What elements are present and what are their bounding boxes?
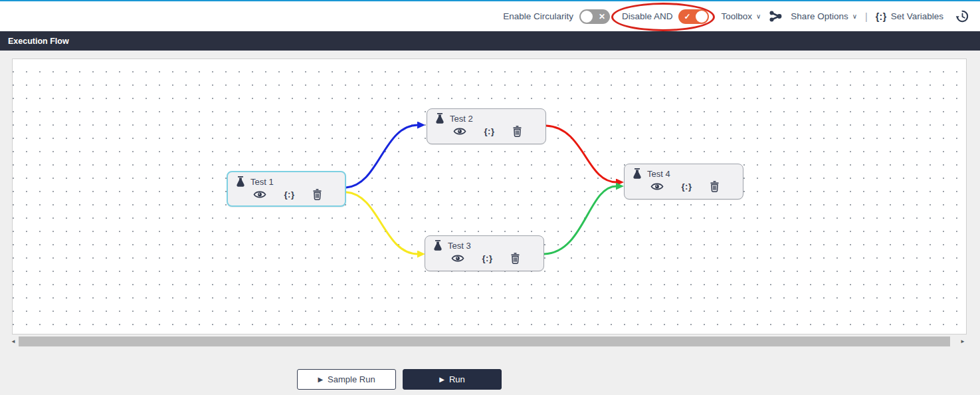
share-options-dropdown[interactable]: Share Options ∨ — [791, 11, 857, 21]
node-title: Test 3 — [433, 240, 538, 251]
node-label: Test 2 — [450, 114, 473, 124]
panel-collapse-handle[interactable]: ‹ › — [0, 188, 5, 203]
trash-icon[interactable] — [312, 189, 322, 200]
node-title: Test 4 — [633, 168, 737, 179]
panel-title: Execution Flow — [8, 37, 69, 46]
play-icon: ▶ — [318, 376, 323, 383]
variables-icon[interactable]: {:} — [482, 253, 493, 263]
chevron-left-icon: ‹ — [0, 188, 5, 196]
trash-icon[interactable] — [510, 253, 520, 264]
set-variables-label: Set Variables — [891, 11, 943, 21]
run-label: Run — [449, 374, 465, 384]
history-icon[interactable] — [955, 9, 969, 23]
disable-and-toggle[interactable]: ✓ — [678, 9, 709, 24]
edge-4 — [544, 186, 617, 254]
chevron-down-icon: ∨ — [756, 13, 761, 20]
trash-icon[interactable] — [710, 181, 720, 192]
toolbox-label: Toolbox — [721, 11, 752, 21]
enable-circularity-group: Enable Circularity ✕ — [503, 9, 610, 24]
node-actions: {:} — [633, 181, 737, 192]
flask-icon — [435, 113, 444, 124]
node-label: Test 1 — [250, 177, 274, 187]
node-test-3[interactable]: Test 3 {:} — [425, 235, 544, 271]
edge-1 — [346, 125, 418, 188]
sample-run-label: Sample Run — [328, 374, 375, 384]
node-actions: {:} — [435, 126, 540, 137]
page: Enable Circularity ✕ Disable AND ✓ Toolb… — [0, 0, 980, 395]
run-button[interactable]: ▶ Run — [403, 369, 502, 390]
disable-and-group: Disable AND ✓ — [618, 9, 714, 24]
panel-header: Execution Flow — [0, 31, 980, 51]
node-label: Test 4 — [647, 169, 670, 179]
variables-icon[interactable]: {:} — [682, 182, 692, 192]
node-test-2[interactable]: Test 2 {:} — [427, 108, 546, 144]
chevron-down-icon: ∨ — [852, 13, 857, 20]
node-test-1[interactable]: Test 1 {:} — [227, 171, 346, 207]
eye-icon[interactable] — [453, 127, 466, 136]
node-actions: {:} — [236, 189, 340, 200]
eye-icon[interactable] — [451, 254, 464, 263]
flask-icon — [433, 240, 442, 251]
chevron-right-icon: › — [0, 196, 5, 203]
node-actions: {:} — [433, 253, 538, 264]
scroll-left-arrow[interactable]: ◄ — [9, 336, 17, 346]
trash-icon[interactable] — [512, 126, 522, 137]
toggle-knob — [696, 11, 708, 23]
play-icon: ▶ — [439, 376, 444, 383]
flask-icon — [633, 168, 642, 179]
variables-icon[interactable]: {:} — [484, 126, 495, 136]
node-test-4[interactable]: Test 4 {:} — [624, 164, 743, 199]
sample-run-button[interactable]: ▶ Sample Run — [297, 369, 396, 390]
node-title: Test 1 — [236, 176, 340, 187]
eye-icon[interactable] — [253, 190, 266, 199]
node-label: Test 3 — [448, 241, 471, 251]
braces-icon: {:} — [876, 11, 887, 22]
set-variables-button[interactable]: {:} Set Variables — [876, 11, 943, 22]
enable-circularity-toggle[interactable]: ✕ — [579, 9, 610, 24]
check-icon: ✓ — [684, 9, 690, 24]
share-nodes-icon — [769, 10, 783, 23]
node-title: Test 2 — [435, 113, 540, 124]
variables-icon[interactable]: {:} — [284, 190, 295, 199]
horizontal-scrollbar: ◄ ► — [12, 336, 967, 346]
disable-and-label: Disable AND — [622, 11, 673, 21]
toolbar-divider: | — [865, 11, 868, 22]
enable-circularity-label: Enable Circularity — [503, 11, 573, 21]
share-options-label: Share Options — [791, 11, 848, 21]
toolbox-dropdown[interactable]: Toolbox ∨ — [721, 11, 761, 21]
flow-canvas[interactable]: Test 1 {:} — [12, 59, 967, 334]
x-icon: ✕ — [599, 9, 605, 24]
scrollbar-thumb[interactable] — [19, 336, 950, 346]
toggle-knob — [581, 11, 593, 23]
eye-icon[interactable] — [650, 182, 664, 191]
edge-2 — [346, 192, 418, 254]
toolbar: Enable Circularity ✕ Disable AND ✓ Toolb… — [0, 1, 980, 31]
edges-layer — [13, 59, 966, 334]
flask-icon — [236, 176, 245, 187]
edge-3 — [546, 126, 617, 182]
scroll-right-arrow[interactable]: ► — [959, 336, 967, 346]
